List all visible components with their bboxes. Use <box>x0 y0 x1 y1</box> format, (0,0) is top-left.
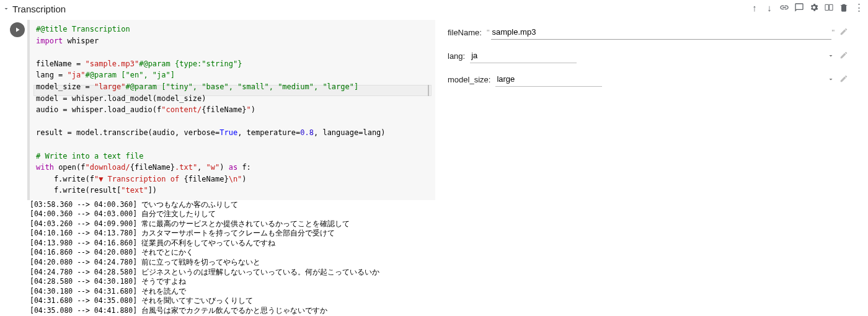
filename-input[interactable] <box>491 25 832 40</box>
chevron-down-icon <box>827 52 835 61</box>
link-icon[interactable] <box>777 1 791 14</box>
run-button[interactable] <box>10 22 25 37</box>
section-header: Transcription <box>0 0 868 17</box>
collapse-caret-icon[interactable] <box>2 5 10 12</box>
move-up-icon[interactable]: ↑ <box>748 1 761 14</box>
model-size-select[interactable] <box>495 72 602 87</box>
code-cell: #@title Transcription import whisper fil… <box>0 17 868 200</box>
quote-mark: " <box>831 28 835 37</box>
delete-icon[interactable] <box>837 1 851 14</box>
cell-toolbar: ↑ ↓ ⋮ <box>748 0 866 15</box>
code-editor[interactable]: #@title Transcription import whisper fil… <box>27 20 435 200</box>
section-title: Transcription <box>12 4 66 14</box>
mirror-icon[interactable] <box>822 1 836 14</box>
pencil-icon[interactable] <box>839 74 848 85</box>
filename-label: fileName: <box>448 28 482 37</box>
cell-output: [03:58.360 --> 04:00.360] でいつもなんか客のふりして … <box>0 200 868 316</box>
chevron-down-icon <box>827 76 835 85</box>
pencil-icon[interactable] <box>839 51 848 61</box>
model-size-label: model_size: <box>448 75 490 84</box>
comment-icon[interactable] <box>792 1 806 14</box>
move-down-icon[interactable]: ↓ <box>763 1 776 14</box>
play-icon <box>14 26 21 33</box>
quote-mark: " <box>487 28 490 37</box>
lang-select[interactable] <box>470 48 577 63</box>
more-icon[interactable]: ⋮ <box>852 1 866 14</box>
pencil-icon[interactable] <box>839 27 848 38</box>
settings-icon[interactable] <box>807 1 821 14</box>
lang-label: lang: <box>448 51 465 61</box>
cell-form: fileName: " " lang: model_size: <box>443 20 863 200</box>
